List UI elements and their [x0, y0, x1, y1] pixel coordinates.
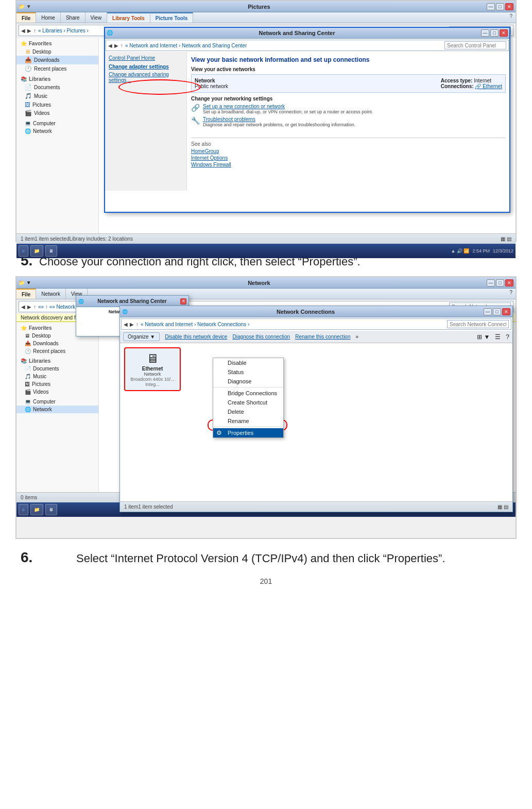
nsc-up[interactable]: ↑ [121, 43, 123, 48]
nc-organize-btn[interactable]: Organize ▼ [123, 332, 160, 341]
net-sidebar-recent[interactable]: 🕐Recent places [16, 347, 98, 355]
ctx-status[interactable]: Status [213, 367, 283, 377]
net-close[interactable]: ✕ [505, 279, 513, 286]
net-tab-file[interactable]: File [16, 289, 36, 299]
ctx-bridge[interactable]: Bridge Connections [213, 389, 283, 398]
sidebar-item-desktop[interactable]: 🖥Desktop [16, 47, 98, 56]
tab-home[interactable]: Home [36, 12, 61, 23]
nsc-minimize[interactable]: — [481, 29, 489, 37]
net-sidebar-network[interactable]: 🌐Network [16, 406, 98, 413]
sidebar-item-pictures[interactable]: 🖼Pictures [16, 100, 98, 109]
windows-firewall-link[interactable]: Windows Firewall [191, 162, 506, 167]
back-button[interactable]: ◀ [21, 28, 25, 33]
nc-back[interactable]: ◀ [124, 322, 128, 327]
nsc-forward[interactable]: ▶ [114, 43, 118, 48]
sidebar-item-music[interactable]: 🎵Music [16, 92, 98, 100]
tab-file[interactable]: File [16, 12, 36, 23]
net-minimize[interactable]: — [487, 279, 495, 286]
sidebar-item-computer[interactable]: 💻Computer [16, 120, 98, 127]
nc-rename-btn[interactable]: Rename this connection [295, 334, 350, 340]
libraries-icon: 📚 [21, 76, 27, 82]
close-button[interactable]: ✕ [505, 3, 513, 10]
ie-taskbar-btn[interactable]: e [19, 245, 28, 257]
nc-address[interactable]: « Network and Internet › Network Connect… [141, 322, 445, 327]
tab-picturetools[interactable]: Picture Tools [150, 12, 194, 23]
sidebar-item-downloads[interactable]: 📥 Downloads [16, 56, 98, 64]
net-back[interactable]: ◀ [21, 304, 25, 310]
net-conn-minimize[interactable]: — [484, 308, 492, 315]
nsc-back[interactable]: ◀ [108, 43, 112, 48]
tab-librarytools[interactable]: Library Tools [107, 12, 150, 23]
help-button[interactable]: ? [506, 12, 516, 23]
downloads-icon: 📥 [25, 57, 32, 63]
nsc-close[interactable]: ✕ [500, 29, 508, 37]
net-tab-network[interactable]: Network [36, 289, 66, 299]
net-sidebar-videos[interactable]: 🎬Videos [16, 388, 98, 396]
extra-taskbar-btn[interactable]: 🖥 [45, 245, 57, 257]
internet-options-link[interactable]: Internet Options [191, 155, 506, 161]
explorer-taskbar-btn[interactable]: 📁 [30, 245, 43, 257]
nc-view-btn[interactable]: ⊞ ▼ [477, 333, 490, 341]
control-panel-home-link[interactable]: Control Panel Home [109, 55, 182, 61]
sidebar-item-videos[interactable]: 🎬Videos [16, 109, 98, 117]
net-sidebar-computer[interactable]: 💻Computer [16, 398, 98, 406]
ctx-disable[interactable]: Disable [213, 358, 283, 367]
nc-help-btn[interactable]: ? [506, 333, 509, 341]
minimize-button[interactable]: — [487, 3, 495, 10]
nc-details-btn[interactable]: ☰ [495, 333, 501, 341]
network-globe-icon: 🌐 [25, 128, 31, 134]
homegroup-link[interactable]: HomeGroup [191, 148, 506, 154]
net-docs-icon: 📄 [25, 366, 31, 372]
desktop-icon: 🖥 [25, 48, 30, 55]
favorites-star: ⭐ [21, 41, 27, 46]
net-conn-maximize[interactable]: □ [493, 308, 501, 315]
net-conn-close[interactable]: ✕ [502, 308, 510, 315]
nc-more-btn[interactable]: » [355, 334, 358, 340]
libraries-header: 📚Libraries [16, 75, 98, 83]
net-up[interactable]: ↑ [33, 304, 36, 310]
change-adapter-link[interactable]: Change adapter settings [109, 64, 182, 70]
tab-share[interactable]: Share [61, 12, 85, 23]
nc-disable-btn[interactable]: Disable this network device [165, 334, 227, 340]
clock-time: 2:54 PM [472, 248, 490, 254]
net-libraries-section: 📚Libraries 📄Documents 🎵Music 🖼Pictures 🎬… [16, 357, 98, 396]
ctx-shortcut[interactable]: Create Shortcut [213, 398, 283, 407]
net-help[interactable]: ? [506, 289, 516, 299]
ctx-diagnose[interactable]: Diagnose [213, 377, 283, 386]
sidebar-item-documents[interactable]: 📄Documents [16, 83, 98, 92]
net-explorer-btn[interactable]: 📁 [30, 504, 43, 515]
ctx-properties[interactable]: ⚙Properties [213, 428, 283, 437]
net-forward[interactable]: ▶ [27, 304, 31, 310]
ethernet-adapter-item[interactable]: 🖥 Ethernet Network Broadcom 440x 10/... … [124, 347, 181, 391]
nc-up[interactable]: ↑ [136, 322, 139, 327]
maximize-button[interactable]: □ [496, 3, 504, 10]
nsc-small-close[interactable]: ✕ [180, 298, 186, 305]
nsc-maximize[interactable]: □ [490, 29, 499, 37]
setup-row: 🔗 Set up a new connection or network Set… [191, 104, 506, 114]
nc-statusbar: 1 item 1 item selected ▦ ▤ [120, 501, 512, 512]
net-sidebar-pictures[interactable]: 🖼Pictures [16, 380, 98, 388]
nsc-search[interactable] [444, 41, 506, 49]
net-ie-btn[interactable]: e [19, 504, 28, 515]
change-advanced-link[interactable]: Change advanced sharing settings... [109, 72, 182, 83]
net-maximize[interactable]: □ [496, 279, 504, 286]
sidebar-item-network[interactable]: 🌐Network [16, 127, 98, 135]
nc-diagnose-btn[interactable]: Diagnose this connection [232, 334, 290, 340]
tab-view[interactable]: View [85, 12, 108, 23]
nsc-title: Network and Sharing Center [113, 30, 481, 36]
net-sidebar-music[interactable]: 🎵Music [16, 373, 98, 380]
nc-search[interactable] [447, 320, 509, 328]
ctx-rename[interactable]: Rename [213, 416, 283, 426]
forward-button[interactable]: ▶ [27, 28, 31, 33]
up-button[interactable]: ↑ [33, 28, 36, 33]
nc-selection: 1 item selected [138, 504, 173, 510]
nc-forward[interactable]: ▶ [130, 322, 134, 327]
net-extra-btn[interactable]: 🖥 [45, 504, 57, 515]
ctx-delete[interactable]: Delete [213, 407, 283, 416]
sidebar-item-recent[interactable]: 🕐Recent places [16, 64, 98, 73]
net-sidebar-downloads[interactable]: 📥Downloads [16, 340, 98, 347]
network-titlebar-left: 📁 ▼ [19, 280, 31, 285]
nsc-address[interactable]: « Network and Internet › Network and Sha… [125, 43, 442, 48]
net-fav-star: ⭐ [21, 325, 27, 331]
net-sidebar-docs[interactable]: 📄Documents [16, 365, 98, 373]
